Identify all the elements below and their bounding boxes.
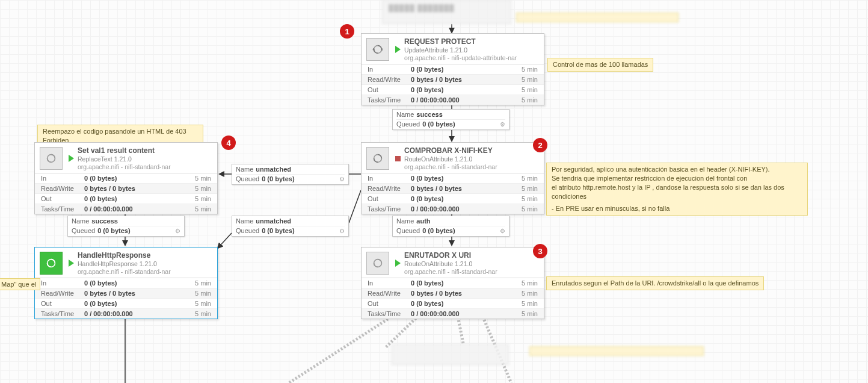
note-security[interactable]: Por seguridad, aplico una autenticación … <box>546 163 808 216</box>
annotation-badge-3: 3 <box>533 244 547 258</box>
annotation-badge-1: 1 <box>340 24 354 39</box>
svg-line-13 <box>289 313 397 383</box>
processor-handle-http-response[interactable]: HandleHttpResponse HandleHttpResponse 1.… <box>34 247 218 319</box>
processor-bundle: org.apache.nifi - nifi-standard-nar <box>404 163 497 170</box>
note-map-partial[interactable]: Map" que el <box>0 278 40 290</box>
processor-name: ENRUTADOR X URI <box>404 251 497 260</box>
processor-stats: In0 (0 bytes)5 min Read/Write0 bytes / 0… <box>362 64 544 105</box>
processor-bundle: org.apache.nifi - nifi-standard-nar <box>78 163 171 170</box>
processor-type: HandleHttpResponse 1.21.0 <box>78 260 171 267</box>
processor-icon <box>366 147 389 170</box>
processor-bundle: org.apache.nifi - nifi-standard-nar <box>78 268 171 275</box>
processor-type: RouteOnAttribute 1.21.0 <box>404 155 497 163</box>
processor-bundle: org.apache.nifi - nifi-standard-nar <box>404 268 497 275</box>
gear-icon[interactable]: ⚙ <box>500 228 505 234</box>
gear-icon[interactable]: ⚙ <box>339 176 345 182</box>
processor-set-val1[interactable]: Set val1 result content ReplaceText 1.21… <box>34 142 218 214</box>
processor-icon <box>366 38 389 61</box>
blurred-note-bottom <box>529 346 704 356</box>
run-state-icon <box>395 156 401 161</box>
svg-line-9 <box>218 233 232 248</box>
processor-comprobar[interactable]: COMPROBAR X-NIFI-KEY RouteOnAttribute 1.… <box>361 142 544 214</box>
processor-bundle: org.apache.nifi - nifi-update-attribute-… <box>404 54 517 61</box>
processor-stats: In0 (0 bytes)5 min Read/Write0 bytes / 0… <box>35 278 217 319</box>
annotation-badge-4: 4 <box>221 135 236 150</box>
connection-unmatched-left[interactable]: Nameunmatched Queued0 (0 bytes)⚙ <box>232 216 349 237</box>
connection-success-top[interactable]: Namesuccess Queued0 (0 bytes)⚙ <box>392 109 509 130</box>
processor-type: ReplaceText 1.21.0 <box>78 155 171 163</box>
note-uri[interactable]: Enrutados segun el Path de la URI. /crow… <box>546 276 764 290</box>
gear-icon[interactable]: ⚙ <box>339 228 345 234</box>
run-state-icon <box>69 260 74 267</box>
processor-request-protect[interactable]: REQUEST PROTECT UpdateAttribute 1.21.0 o… <box>361 33 544 105</box>
gear-icon[interactable]: ⚙ <box>175 228 180 234</box>
blurred-connection-bottom <box>392 344 509 365</box>
connection-success-left[interactable]: Namesuccess Queued0 (0 bytes)⚙ <box>67 216 185 237</box>
processor-type: RouteOnAttribute 1.21.0 <box>404 260 497 267</box>
annotation-badge-2: 2 <box>533 138 547 152</box>
processor-name: REQUEST PROTECT <box>404 37 517 46</box>
processor-name: COMPROBAR X-NIFI-KEY <box>404 146 497 155</box>
svg-line-10 <box>349 190 361 223</box>
processor-icon <box>40 252 63 275</box>
processor-icon <box>366 252 389 275</box>
processor-stats: In0 (0 bytes)5 min Read/Write0 bytes / 0… <box>35 173 217 214</box>
gear-icon[interactable]: ⚙ <box>500 121 505 128</box>
processor-stats: In0 (0 bytes)5 min Read/Write0 bytes / 0… <box>362 173 544 214</box>
processor-icon <box>40 147 63 170</box>
nifi-canvas[interactable]: █████ ███████ 1 REQUEST PROTECT UpdateAt… <box>0 0 868 383</box>
blurred-processor-top: █████ ███████ <box>382 0 511 24</box>
processor-name: HandleHttpResponse <box>78 251 171 260</box>
note-100-llamadas[interactable]: Control de mas de 100 llamadas <box>547 58 653 72</box>
run-state-icon <box>69 155 74 162</box>
run-state-icon <box>395 260 401 267</box>
processor-stats: In0 (0 bytes)5 min Read/Write0 bytes / 0… <box>362 278 544 319</box>
processor-enrutador[interactable]: ENRUTADOR X URI RouteOnAttribute 1.21.0 … <box>361 247 544 319</box>
connection-unmatched-mid[interactable]: Nameunmatched Queued0 (0 bytes)⚙ <box>232 164 349 185</box>
processor-type: UpdateAttribute 1.21.0 <box>404 46 517 54</box>
run-state-icon <box>395 46 401 53</box>
blurred-note-top <box>516 13 679 22</box>
connection-auth[interactable]: Nameauth Queued0 (0 bytes)⚙ <box>392 216 509 237</box>
processor-name: Set val1 result content <box>78 146 171 155</box>
